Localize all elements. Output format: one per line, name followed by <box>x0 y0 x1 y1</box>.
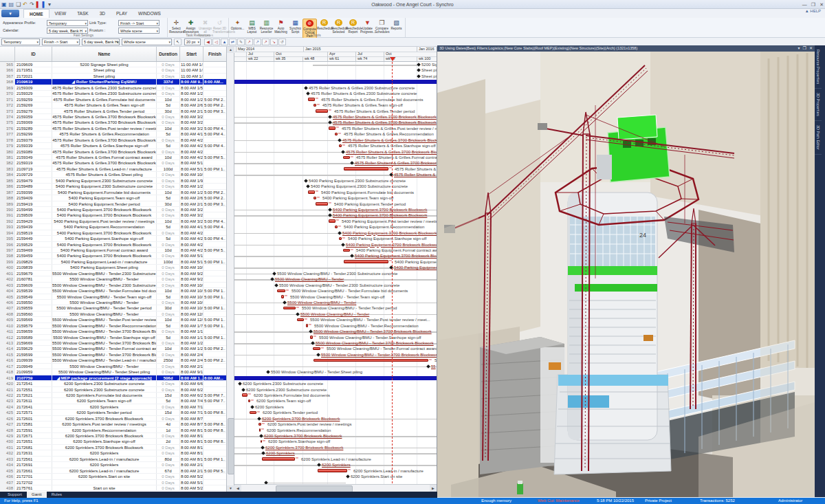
table-row[interactable]: 41121596595500 Window Cleaning/BMU - Ten… <box>0 329 226 334</box>
table-row[interactable]: 39621595295400 Parking Equipment.3700 Br… <box>0 242 226 248</box>
gantt-row[interactable]: **4575 Roller Shutters & Grilles.Lead-in… <box>234 166 437 172</box>
tab-home[interactable]: HOME <box>23 9 50 18</box>
task-bar[interactable] <box>310 336 313 339</box>
milestone-marker[interactable] <box>304 179 308 183</box>
milestone-marker[interactable] <box>338 231 342 235</box>
gantt-row[interactable]: **5500 Window Cleaning/BMU - Tender.Tend… <box>234 305 437 311</box>
gantt-row[interactable]: **4575 Roller Shutters & Grilles.Stanhop… <box>234 143 437 149</box>
table-row[interactable]: 43721727020 Days8:00 AM 5/1.. <box>0 480 226 485</box>
table-row[interactable]: 4382175761Start on site0 Days8:00 AM 5/2… <box>0 485 226 491</box>
gantt-row[interactable]: 6200 Sprinklers.Start on site <box>234 474 437 479</box>
edit-link-button[interactable]: ✎ <box>237 39 245 45</box>
task-bar[interactable] <box>339 144 342 148</box>
toolbar-combo-3[interactable]: Whole scene <box>122 39 172 45</box>
gantt-row[interactable]: 5500 Window Cleaning/BMU - Tender <box>234 300 437 305</box>
toolbar-combo-0[interactable]: Temporary <box>1 39 40 45</box>
task-bar[interactable] <box>316 109 328 113</box>
table-row[interactable]: 43421726916200 Sprinklers0 Days8:00 AM 2… <box>0 462 226 468</box>
model-3d-render[interactable]: 24 <box>437 52 815 497</box>
task-bar[interactable] <box>281 295 284 298</box>
link-ss-button[interactable]: ↗ <box>254 39 261 45</box>
milestone-marker[interactable] <box>250 405 254 409</box>
table-row[interactable]: 39721594695400 Parking Equipment.Formal … <box>0 248 226 253</box>
prev-button[interactable]: ◁ <box>212 39 220 45</box>
gantt-row[interactable]: 5400 Parking Equipment.Sheet piling <box>234 265 437 270</box>
milestone-marker[interactable] <box>241 388 245 392</box>
gantt-row[interactable]: Sheet piling <box>234 74 437 79</box>
summary-bar[interactable] <box>234 80 437 84</box>
task-bar[interactable] <box>250 411 256 415</box>
table-row[interactable]: 42621726016200 Sprinklers.3700 Brickwork… <box>0 416 226 421</box>
viewport-float-button[interactable]: ❐ <box>803 45 806 52</box>
link-ff-button[interactable]: ↗ <box>262 39 270 45</box>
column-header-duration[interactable]: Duration <box>157 47 180 61</box>
gantt-row[interactable]: **6200 Sprinklers.Post tender review / m… <box>234 421 437 427</box>
task-bar[interactable] <box>262 457 295 461</box>
tab-task[interactable]: TASK <box>72 9 94 18</box>
gantt-scale-combo[interactable]: 20 px <box>184 39 201 45</box>
task-bar[interactable] <box>339 237 342 241</box>
milestone-marker[interactable] <box>311 341 315 345</box>
task-bar[interactable] <box>314 197 316 200</box>
table-row[interactable]: 43221726316200 Sprinklers0 Days8:00 AM 8… <box>0 450 226 456</box>
milestone-marker[interactable] <box>350 254 354 259</box>
task-bar[interactable] <box>343 249 350 252</box>
gantt-row[interactable]: 4575 Roller Shutters & Grilles.2300 Subs… <box>234 85 437 91</box>
viewport-close-button[interactable]: ✕ <box>809 45 813 52</box>
milestone-marker[interactable] <box>274 283 278 287</box>
table-row[interactable]: 41021595795500 Window Cleaning/BMU - Ten… <box>0 323 226 329</box>
scroll-up-button[interactable]: ▲ <box>227 47 234 53</box>
gantt-row[interactable]: 4575 Roller Shutters & Grilles.3700 Bric… <box>234 138 437 143</box>
gantt-row[interactable]: **4575 Roller Shutters & Grilles.Formula… <box>234 97 437 102</box>
gantt-row[interactable]: **5500 Window Cleaning/BMU - Tender.Form… <box>234 288 437 294</box>
table-row[interactable]: 38621594895400 Parking Equipment.2300 Su… <box>0 184 226 189</box>
gantt-row[interactable]: **6200 Sprinklers.Formulate bid document… <box>234 393 437 398</box>
link-sf-button[interactable]: ↘ <box>270 39 278 45</box>
gantt-row[interactable]: **5500 Window Cleaning/BMU - Tender.Team… <box>234 294 437 300</box>
task-bar[interactable] <box>329 219 336 223</box>
view-tab-rules[interactable]: Rules <box>47 492 67 498</box>
table-row[interactable]: 38421097294575 Roller Shutters & Grilles… <box>0 172 226 177</box>
gantt-row[interactable]: 5400 Parking Equipment.3700 Brickwork Bl… <box>234 253 437 259</box>
gantt-row[interactable]: **5400 Parking Equipment.Post tender rev… <box>234 219 437 224</box>
milestone-marker[interactable] <box>283 300 287 305</box>
scroll-thumb[interactable] <box>276 485 353 492</box>
table-row[interactable]: 41721099495500 Window Cleaning/BMU - Ten… <box>0 364 226 369</box>
table-row[interactable]: 41421596295500 Window Cleaning/BMU - Ten… <box>0 346 226 351</box>
column-header-start[interactable]: Start <box>180 47 204 61</box>
task-bar[interactable] <box>343 156 350 160</box>
table-row[interactable]: 43521726616200 Sprinklers.Lead-in / manu… <box>0 468 226 474</box>
table-row[interactable]: 42521725716200 Sprinklers.Tender period1… <box>0 410 226 415</box>
task-bar[interactable] <box>242 393 248 397</box>
up-button[interactable]: ▲ <box>221 39 228 45</box>
view-tab-gantt[interactable]: Gantt <box>27 492 47 498</box>
fit-button[interactable]: ⇄ <box>229 39 236 45</box>
table-row[interactable]: 37721592994575 Roller Shutters & Grilles… <box>0 131 226 137</box>
milestone-marker[interactable] <box>316 353 320 357</box>
table-row[interactable]: 37221592694575 Roller Shutters & Grilles… <box>0 102 226 108</box>
task-bar[interactable] <box>277 289 285 293</box>
table-row[interactable]: 38221593194575 Roller Shutters & Grilles… <box>0 160 226 166</box>
gantt-row[interactable]: 6200 Sprinklers <box>234 462 437 468</box>
gantt-row[interactable]: 5500 Window Cleaning/BMU - Tender.Sheet … <box>234 369 437 375</box>
table-row[interactable]: 42821725916200 Sprinklers.Reccommendatio… <box>0 428 226 433</box>
gantt-row[interactable]: **4575 Roller Shutters & Grilles.Tender … <box>234 109 437 114</box>
milestone-marker[interactable] <box>257 417 261 421</box>
table-row[interactable]: 39821594595400 Parking Equipment.3700 Br… <box>0 253 226 259</box>
table-row[interactable]: 36521096095200 Signage Sheet piling0 Day… <box>0 62 226 67</box>
milestone-marker[interactable] <box>261 451 265 455</box>
table-row[interactable]: 38021593894575 Roller Shutters & Grilles… <box>0 149 226 155</box>
milestone-marker[interactable] <box>328 121 332 125</box>
table-row[interactable]: 42221726216200 Sprinklers.Formulate bid … <box>0 393 226 398</box>
gantt-row[interactable]: 6200 Sprinklers.3700 Brickwork Blockwork <box>234 416 437 421</box>
remove-link-button[interactable]: ↺ <box>278 39 286 45</box>
table-row[interactable]: 40021098395400 Parking Equipment.Sheet p… <box>0 265 226 270</box>
toolbar-combo-1[interactable]: Finish -> Start <box>42 39 80 45</box>
table-row[interactable]: 43021726516200 Sprinklers.Stanhope sign-… <box>0 439 226 444</box>
gantt-row[interactable]: **6200 Sprinklers.Stanhope sign-off <box>234 439 437 444</box>
table-row[interactable]: 38921594195400 Parking Equipment.Tender … <box>0 201 226 207</box>
gantt-row[interactable]: 5500 Window Cleaning/BMU - Tender <box>234 311 437 317</box>
table-row[interactable]: 39021594995400 Parking Equipment.3700 Br… <box>0 207 226 212</box>
gantt-row[interactable]: 5500 Window Cleaning/BMU - Tender.2300 S… <box>234 283 437 288</box>
table-row[interactable]: 40721595595500 Window Cleaning/BMU - Ten… <box>0 305 226 311</box>
